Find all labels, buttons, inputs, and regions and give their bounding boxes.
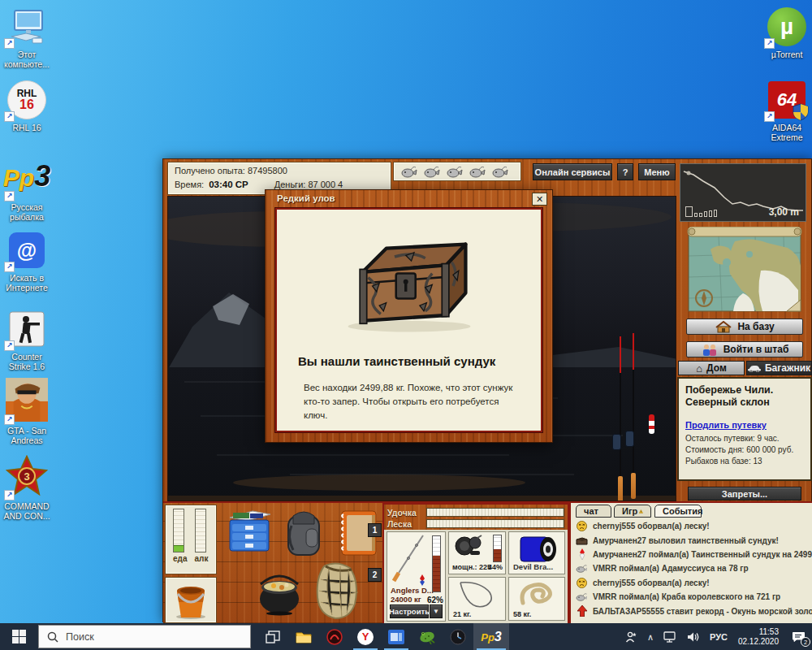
clock-app-button[interactable] (443, 623, 473, 650)
rod-durability-gauge (432, 535, 441, 592)
desktop-icon-label: Искать в Интернете (0, 273, 54, 292)
clock[interactable]: 11:53 02.12.2020 (732, 627, 784, 647)
file-explorer-button[interactable] (288, 623, 319, 650)
start-button[interactable] (0, 623, 38, 650)
network-tray-button[interactable] (659, 623, 682, 650)
experience-text: Получено опыта: 87495800 (175, 166, 384, 176)
frog-icon (418, 630, 436, 644)
frog-app-button[interactable] (412, 623, 443, 650)
record-arrow-icon (576, 605, 588, 617)
task-view-button[interactable] (257, 623, 288, 650)
volume-tray-button[interactable] (682, 623, 705, 650)
fish-icon (469, 165, 486, 178)
line-card[interactable]: Devil Bra... (508, 531, 565, 574)
dialog-body-text: Вес находки 2499,88 кг. Похоже, что этот… (304, 381, 513, 422)
chat-panel: чат Игр События chernyj555 оборвал(а) ле… (569, 503, 812, 625)
ticket-left-text: Осталось путевки: 9 час. (685, 434, 804, 443)
reel-card[interactable]: мощн.: 225 44% (448, 531, 506, 574)
hook-card[interactable]: 21 кг. (448, 577, 506, 621)
bottom-panel: еда алк 1 (163, 501, 812, 623)
enter-hq-button[interactable]: Войти в штаб (686, 341, 803, 358)
desktop-icon-utorrent[interactable]: µ↗ µTorrent (760, 6, 812, 59)
desktop-icon-rhl16[interactable]: RHL16↗ RHL 16 (0, 80, 54, 132)
desktop-icon-label: COMMAND AND CON... (0, 501, 54, 521)
tab-events[interactable]: События (654, 505, 702, 518)
search-input[interactable]: Поиск (38, 625, 251, 648)
desktop-icon-label: µTorrent (760, 50, 812, 59)
food-gauge (173, 509, 184, 552)
close-icon[interactable]: ✕ (532, 193, 547, 206)
slot-2-badge[interactable]: 2 (368, 568, 382, 582)
rod-card[interactable]: 62% Anglers D... 24000 кг Настроить ▼ (387, 531, 446, 622)
rare-catch-dialog: Редкий улов ✕ (265, 189, 553, 443)
online-services-button[interactable]: Онлайн сервисы (533, 163, 612, 180)
day-cost-text: Стоимость дня: 600 000 руб. (685, 445, 804, 454)
fish-icon (423, 165, 440, 178)
base-house-icon (715, 321, 732, 333)
fish-icon (446, 165, 463, 178)
desktop-icon-label: AIDA64 Extreme (760, 123, 812, 142)
float-marker-icon (649, 414, 654, 434)
tackle-box-item[interactable] (223, 506, 274, 558)
location-title: Побережье Чили. Северный склон (685, 384, 791, 409)
pp3-app-button[interactable]: Pp3 (473, 623, 509, 650)
mysterious-chest-image (336, 228, 482, 335)
desktop-icon-internet-search[interactable]: @↗ Искать в Интернете (0, 230, 54, 292)
help-button[interactable]: ? (617, 163, 633, 180)
svg-text:3: 3 (24, 470, 29, 483)
rod-bar-label: Удочка (387, 508, 423, 518)
shortcut-arrow-icon: ↗ (4, 490, 15, 500)
desktop-icon-gta[interactable]: ↗ GTA - San Andreas (0, 376, 54, 445)
rhl-app-button[interactable] (319, 623, 350, 650)
home-tab[interactable]: ⌂ Дом (678, 361, 745, 375)
bans-button[interactable]: Запреты... (688, 487, 801, 500)
slot-1-badge[interactable]: 1 (368, 523, 382, 537)
home-icon: ⌂ (696, 362, 702, 375)
desktop-icon-this-pc[interactable]: ↗ Этот компьюте... (0, 6, 54, 69)
trunk-tab[interactable]: Багажник (746, 361, 812, 375)
chat-message: chernyj555 оборвал(а) леску! (571, 519, 812, 533)
rod-dropdown-button[interactable]: ▼ (430, 604, 443, 618)
taskbar: Поиск Y Pp3 (0, 623, 812, 650)
rod-name: Anglers D... (391, 586, 434, 595)
float-icon (576, 548, 588, 560)
location-info-panel: Побережье Чили. Северный склон Продлить … (677, 377, 812, 481)
tray-chevron-button[interactable]: ∧ (642, 623, 659, 650)
tab-game[interactable]: Игр (614, 505, 651, 518)
notification-center-button[interactable]: 2 (784, 623, 812, 650)
desktop-icon-counter-strike[interactable]: ↗ Counter Strike 1.6 (0, 309, 54, 371)
desktop-icon-label: RHL 16 (0, 123, 54, 132)
yandex-browser-button[interactable]: Y (350, 623, 381, 650)
reel-durability-value: 44% (488, 563, 503, 571)
extend-ticket-link[interactable]: Продлить путевку (685, 420, 767, 430)
shortcut-arrow-icon: ↗ (4, 111, 15, 122)
bucket-slot[interactable] (165, 577, 217, 623)
creel-item[interactable] (309, 558, 363, 625)
chat-message: VMRR поймал(а) Краба королевского на 721… (571, 590, 812, 604)
menu-button[interactable]: Меню (638, 163, 676, 180)
minimap[interactable] (686, 227, 803, 318)
chest-icon (576, 536, 588, 545)
blue-window-app-button[interactable] (381, 623, 412, 650)
people-tray-button[interactable] (620, 623, 642, 650)
desktop-icon-russian-fishing[interactable]: Pp3↗ Русская рыбалка (0, 153, 54, 222)
bucket-icon (172, 581, 209, 620)
desktop-icon-aida64[interactable]: 64↗ AIDA64 Extreme (760, 80, 812, 142)
fish-icon (576, 565, 588, 573)
reel-power: мощн.: 225 (452, 563, 491, 571)
shortcut-arrow-icon: ↗ (4, 340, 15, 351)
cauldron-item[interactable] (254, 566, 304, 620)
windows-logo-icon (12, 630, 26, 644)
line-wear-bar (426, 519, 564, 528)
bait-card[interactable]: 58 кг. (508, 577, 565, 621)
language-indicator[interactable]: РУС (705, 623, 732, 650)
to-base-button[interactable]: На базу (686, 318, 803, 335)
person-icon (625, 631, 637, 643)
game-window: Получено опыта: 87495800 Время: 03:40 СР… (162, 158, 812, 622)
shortcut-arrow-icon: ↗ (4, 38, 15, 49)
backpack-item[interactable] (282, 508, 326, 561)
tune-rod-button[interactable]: Настроить (390, 604, 429, 618)
tab-chat[interactable]: чат (576, 505, 611, 518)
desktop-icon-cnc[interactable]: 3↗ COMMAND AND CON... (0, 453, 54, 521)
rod-wear-bar (426, 508, 564, 517)
